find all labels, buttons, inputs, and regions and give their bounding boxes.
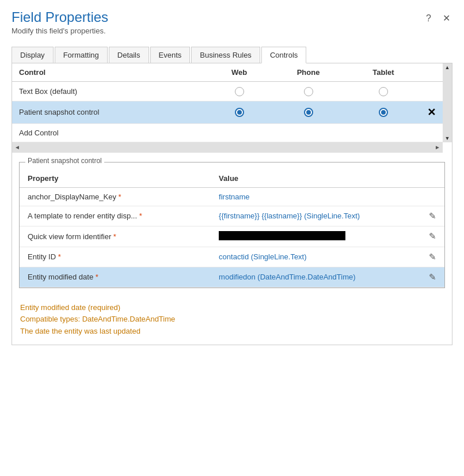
add-control-label[interactable]: Add Control	[12, 123, 208, 142]
required-star: *	[96, 273, 98, 281]
web-radio-empty[interactable]	[208, 82, 270, 101]
control-name: Patient snapshot control	[12, 101, 208, 123]
scroll-right-arrow[interactable]: ►	[432, 144, 443, 150]
tabs-container: Display Formatting Details Events Busine…	[12, 47, 452, 63]
required-star: *	[113, 232, 116, 241]
prop-value: firstname	[211, 187, 421, 206]
tabs: Display Formatting Details Events Busine…	[12, 47, 452, 63]
dialog-title: Field Properties	[12, 9, 108, 25]
property-row[interactable]: Entity ID * contactid (SingleLine.Text) …	[20, 247, 444, 267]
property-section-title: Patient snapshot control	[25, 157, 104, 165]
property-row[interactable]: anchor_DisplayName_Key * firstname	[20, 187, 444, 206]
action-cell	[420, 82, 443, 101]
info-line-2: Compatible types: DateAndTime.DateAndTim…	[20, 313, 444, 326]
prop-value-text: firstname	[219, 192, 249, 201]
add-control-row[interactable]: Add Control	[12, 123, 443, 142]
prop-name: Entity modified date *	[20, 267, 211, 287]
header-left: Field Properties Modify this field's pro…	[12, 9, 108, 35]
tab-display[interactable]: Display	[12, 47, 54, 63]
radio-circle-phone[interactable]	[304, 87, 313, 96]
prop-value: {{firstname}} {{lastname}} (SingleLine.T…	[211, 206, 421, 226]
prop-value	[211, 226, 421, 247]
edit-cell	[421, 187, 444, 206]
property-row[interactable]: A template to render entity disp... * {{…	[20, 206, 444, 226]
field-properties-dialog: Field Properties Modify this field's pro…	[0, 0, 464, 476]
radio-filled-web[interactable]	[235, 108, 244, 117]
edit-icon[interactable]: ✎	[429, 211, 436, 221]
property-row-selected[interactable]: Entity modified date * modifiedon (DateA…	[20, 267, 444, 287]
tab-events[interactable]: Events	[150, 47, 191, 63]
dialog-actions: ? ✕	[424, 12, 452, 25]
info-line-3: The date the entity was last updated	[20, 326, 444, 338]
property-row[interactable]: Quick view form identifier * ✎	[20, 226, 444, 247]
prop-value-text: contactid (SingleLine.Text)	[219, 252, 306, 261]
col-header-tablet: Tablet	[347, 63, 420, 82]
scroll-track-horizontal	[22, 144, 432, 151]
scroll-down-arrow[interactable]: ▼	[443, 134, 452, 142]
prop-value-black	[219, 231, 345, 240]
tablet-radio-filled[interactable]	[347, 101, 420, 123]
prop-value: contactid (SingleLine.Text)	[211, 247, 421, 267]
col-header-control: Control	[12, 63, 208, 82]
radio-filled-tablet[interactable]	[379, 108, 388, 117]
info-line-1: Entity modified date (required)	[20, 302, 444, 314]
radio-circle-web[interactable]	[235, 87, 244, 96]
web-radio-filled[interactable]	[208, 101, 270, 123]
table-row[interactable]: Patient snapshot control ✕	[12, 101, 443, 123]
scroll-up-arrow[interactable]: ▲	[443, 63, 452, 71]
prop-value-text: {{firstname}} {{lastname}} (SingleLine.T…	[219, 211, 360, 220]
prop-name: Quick view form identifier *	[20, 226, 211, 247]
prop-value: modifiedon (DateAndTime.DateAndTime)	[211, 267, 421, 287]
tab-formatting[interactable]: Formatting	[55, 47, 108, 63]
phone-radio-filled[interactable]	[270, 101, 347, 123]
prop-value-text: modifiedon (DateAndTime.DateAndTime)	[219, 273, 355, 281]
horizontal-scrollbar[interactable]: ◄ ►	[12, 142, 443, 153]
table-row[interactable]: Text Box (default)	[12, 82, 443, 101]
delete-icon[interactable]: ✕	[427, 107, 436, 118]
radio-circle-tablet[interactable]	[379, 87, 388, 96]
value-header: Value	[211, 169, 421, 188]
edit-icon[interactable]: ✎	[429, 252, 436, 262]
dialog-header: Field Properties Modify this field's pro…	[12, 9, 452, 35]
edit-icon[interactable]: ✎	[429, 272, 436, 282]
property-table: Property Value anchor_DisplayName_Key * …	[20, 169, 444, 288]
prop-name: anchor_DisplayName_Key *	[20, 187, 211, 206]
close-button[interactable]: ✕	[440, 12, 452, 25]
required-star: *	[58, 252, 61, 261]
edit-cell[interactable]: ✎	[421, 226, 444, 247]
tab-controls[interactable]: Controls	[261, 47, 306, 63]
tablet-radio-empty[interactable]	[347, 82, 420, 101]
tab-details[interactable]: Details	[109, 47, 149, 63]
scroll-left-arrow[interactable]: ◄	[12, 144, 22, 150]
controls-table: Control Web Phone Tablet Text Box (defau…	[12, 63, 443, 142]
prop-name: Entity ID *	[20, 247, 211, 267]
vertical-scrollbar[interactable]: ▲ ▼	[443, 63, 452, 142]
scroll-track-vertical	[443, 71, 452, 134]
info-section: Entity modified date (required) Compatib…	[12, 297, 452, 345]
edit-cell[interactable]: ✎	[421, 206, 444, 226]
edit-cell[interactable]: ✎	[421, 267, 444, 287]
control-name: Text Box (default)	[12, 82, 208, 101]
help-button[interactable]: ?	[424, 12, 433, 25]
controls-table-wrapper: Control Web Phone Tablet Text Box (defau…	[12, 63, 443, 142]
edit-icon[interactable]: ✎	[429, 231, 436, 241]
property-section: Patient snapshot control Property Value …	[19, 162, 445, 288]
col-header-phone: Phone	[270, 63, 347, 82]
required-star: *	[119, 192, 121, 201]
edit-cell[interactable]: ✎	[421, 247, 444, 267]
phone-radio-empty[interactable]	[270, 82, 347, 101]
required-star: *	[139, 211, 142, 220]
tab-business-rules[interactable]: Business Rules	[191, 47, 260, 63]
property-header: Property	[20, 169, 211, 188]
controls-table-outer: Control Web Phone Tablet Text Box (defau…	[12, 63, 452, 153]
tab-content: Control Web Phone Tablet Text Box (defau…	[12, 63, 452, 345]
col-header-web: Web	[208, 63, 270, 82]
prop-name: A template to render entity disp... *	[20, 206, 211, 226]
dialog-subtitle: Modify this field's properties.	[12, 27, 108, 35]
delete-cell[interactable]: ✕	[420, 101, 443, 123]
radio-filled-phone[interactable]	[304, 108, 313, 117]
